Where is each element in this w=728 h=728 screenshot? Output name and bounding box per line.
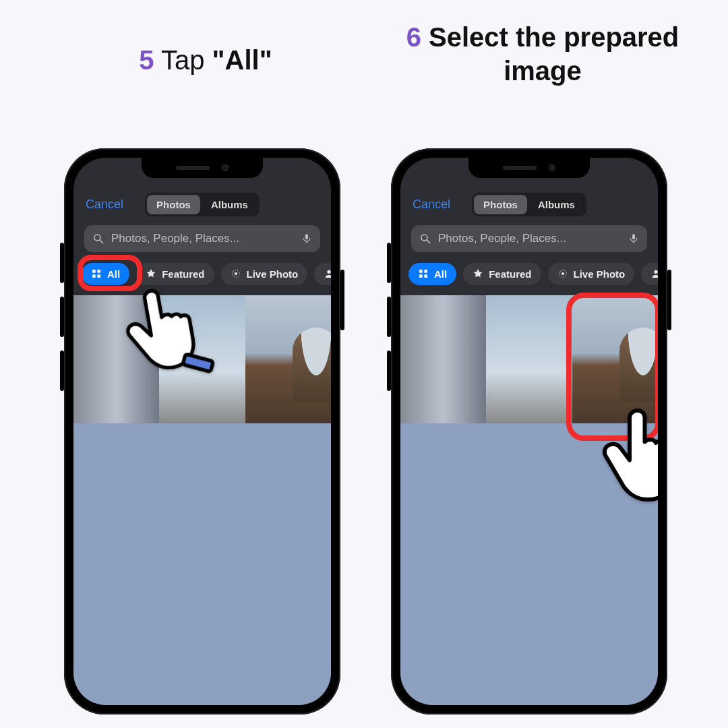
svg-rect-7 [97, 274, 100, 278]
cancel-button[interactable]: Cancel [86, 198, 123, 212]
step-5-number: 5 [139, 45, 154, 75]
cancel-button[interactable]: Cancel [413, 198, 450, 212]
step-5-bold: All [225, 45, 260, 75]
step-5-quote-close: " [260, 45, 272, 75]
svg-line-13 [427, 240, 430, 243]
segmented-control: Photos Albums [145, 193, 260, 216]
svg-rect-17 [424, 270, 427, 273]
search-input[interactable]: Photos, People, Places... [84, 225, 320, 252]
phone-step-6: Cancel Photos Albums Photos, People, Pla… [391, 148, 667, 715]
svg-rect-14 [632, 234, 635, 239]
phone-notch [142, 158, 263, 178]
star-icon [473, 268, 483, 279]
segmented-control: Photos Albums [472, 193, 586, 216]
person-icon [650, 268, 658, 279]
phone-screen: Cancel Photos Albums Photos, People, Pla… [400, 158, 658, 705]
seg-albums[interactable]: Albums [202, 195, 257, 214]
search-icon [92, 233, 104, 245]
photo-thumbnail[interactable] [486, 295, 572, 423]
grid-icon [91, 268, 102, 279]
microphone-icon[interactable] [301, 232, 312, 245]
chip-featured[interactable]: Featured [463, 263, 541, 285]
svg-rect-16 [419, 270, 423, 273]
search-input[interactable]: Photos, People, Places... [411, 225, 647, 252]
step-6-title: 6 Select the prepared image [398, 20, 688, 88]
chip-people[interactable]: Peop [641, 263, 658, 285]
step-5-pre: Tap [154, 45, 212, 75]
chip-live-photo[interactable]: Live Photo [548, 263, 635, 285]
step-6-number: 6 [406, 22, 421, 52]
chip-all-label: All [107, 268, 120, 280]
live-photo-icon [557, 268, 568, 279]
search-icon [419, 233, 431, 245]
grid-icon [418, 268, 429, 279]
chip-live-photo[interactable]: Live Photo [221, 263, 308, 285]
svg-rect-5 [97, 270, 100, 273]
microphone-icon[interactable] [628, 232, 639, 245]
live-photo-icon [231, 268, 241, 279]
svg-rect-18 [419, 274, 423, 278]
svg-point-22 [655, 270, 658, 274]
svg-point-8 [235, 272, 237, 275]
chip-featured-label: Featured [489, 268, 531, 280]
seg-photos[interactable]: Photos [147, 195, 200, 214]
search-placeholder: Photos, People, Places... [111, 232, 295, 245]
chip-all-label: All [434, 268, 447, 280]
photo-thumbnail[interactable] [400, 295, 486, 423]
svg-point-20 [562, 272, 564, 275]
phone-screen: Cancel Photos Albums Photos, People, Pla… [73, 158, 331, 705]
chip-live-label: Live Photo [574, 268, 626, 280]
grid-empty-area [73, 423, 331, 705]
search-placeholder: Photos, People, Places... [438, 232, 621, 245]
svg-rect-2 [305, 234, 308, 239]
step-6-text: Select the prepared image [421, 22, 679, 86]
svg-point-12 [421, 235, 427, 241]
filter-chips-row: All Featured Live Photo Peop [408, 260, 658, 287]
step-5-title: 5 Tap "All" [118, 43, 293, 77]
tap-hand-icon [105, 264, 230, 388]
svg-rect-6 [92, 274, 96, 278]
phone-notch [468, 158, 590, 178]
chip-live-label: Live Photo [247, 268, 299, 280]
svg-point-10 [328, 270, 331, 274]
step-5-quote-open: " [212, 45, 225, 75]
photo-thumbnail[interactable] [245, 295, 331, 423]
picker-header: Cancel Photos Albums [400, 190, 658, 218]
svg-rect-19 [424, 274, 427, 278]
chip-all[interactable]: All [408, 263, 456, 285]
seg-photos[interactable]: Photos [474, 195, 527, 214]
seg-albums[interactable]: Albums [528, 195, 584, 214]
svg-point-0 [94, 235, 100, 241]
tap-hand-icon [589, 392, 658, 514]
chip-people[interactable]: Peop [314, 263, 331, 285]
phone-step-5: Cancel Photos Albums Photos, People, Pla… [64, 148, 340, 715]
svg-rect-11 [183, 354, 213, 371]
svg-line-1 [100, 240, 103, 243]
picker-header: Cancel Photos Albums [73, 190, 331, 218]
svg-rect-4 [92, 270, 96, 273]
person-icon [324, 268, 331, 279]
